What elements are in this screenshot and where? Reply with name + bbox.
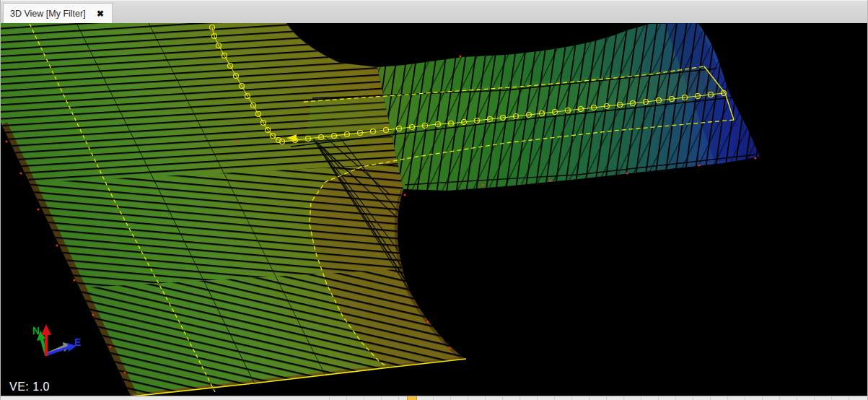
viewport-3d[interactable]: N E VE: 1.0 — [1, 23, 868, 396]
close-icon[interactable]: ✖ — [95, 9, 105, 18]
vertical-exaggeration-label: VE: 1.0 — [9, 381, 50, 394]
app-window: 3D View [My Filter] ✖ — [0, 0, 868, 400]
timeline-marker[interactable] — [407, 396, 417, 400]
tab-bar: 3D View [My Filter] ✖ — [1, 0, 867, 23]
tab-3d-view[interactable]: 3D View [My Filter] ✖ — [3, 3, 113, 24]
terrain-mesh-3d: N E — [1, 23, 868, 396]
tab-title: 3D View [My Filter] — [10, 9, 86, 19]
timeline-bar[interactable] — [1, 396, 867, 400]
east-axis-label: E — [74, 336, 81, 348]
axis-triad: N E — [32, 324, 81, 356]
vertical-axis-arrow — [41, 324, 51, 335]
north-axis-label: N — [32, 325, 40, 336]
